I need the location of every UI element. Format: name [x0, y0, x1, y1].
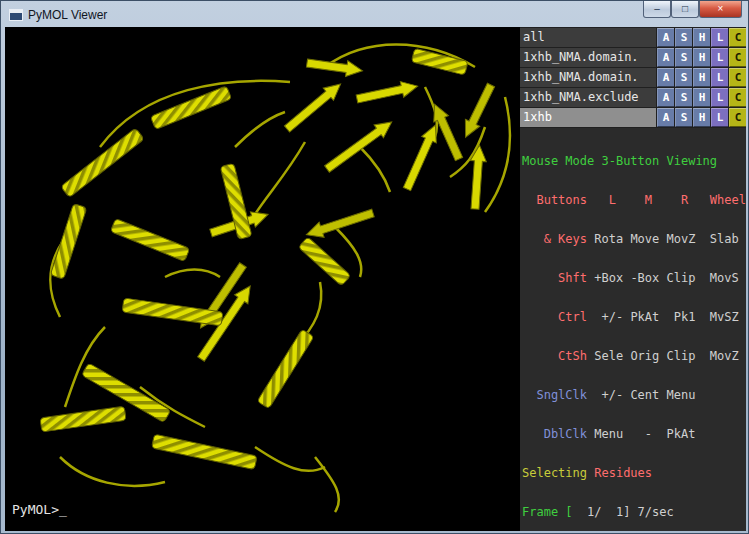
action-button[interactable]: A [657, 28, 674, 47]
color-button[interactable]: C [729, 48, 746, 67]
frame-counter-line: Frame [ 1/ 1] 7/sec [522, 506, 746, 519]
label-button[interactable]: L [711, 88, 728, 107]
mouse-row-shift: Shft +Box -Box Clip MovS [522, 272, 746, 285]
hide-button[interactable]: H [693, 48, 710, 67]
close-icon: × [718, 4, 724, 14]
protein-structure[interactable] [5, 27, 520, 531]
hide-button[interactable]: H [693, 68, 710, 87]
color-button[interactable]: C [729, 68, 746, 87]
show-button[interactable]: S [675, 68, 692, 87]
label-button[interactable]: L [711, 48, 728, 67]
color-button[interactable]: C [729, 88, 746, 107]
action-button[interactable]: A [657, 88, 674, 107]
show-button[interactable]: S [675, 28, 692, 47]
show-button[interactable]: S [675, 108, 692, 127]
viewport[interactable]: PyMOL>_ [5, 27, 520, 531]
label-button[interactable]: L [711, 28, 728, 47]
action-button[interactable]: A [657, 108, 674, 127]
color-button[interactable]: C [729, 28, 746, 47]
object-name[interactable]: all [520, 28, 656, 47]
hide-button[interactable]: H [693, 88, 710, 107]
show-button[interactable]: S [675, 48, 692, 67]
hide-button[interactable]: H [693, 108, 710, 127]
object-row-1xhb: 1xhb A S H L C [520, 108, 746, 127]
maximize-icon: □ [682, 4, 688, 14]
object-list: all A S H L C 1xhb_NMA.domain. A S H L C… [520, 27, 746, 128]
minimize-icon: – [654, 4, 660, 14]
mouse-row-dblclk: DblClk Menu - PkAt [522, 428, 746, 441]
show-button[interactable]: S [675, 88, 692, 107]
side-panel: all A S H L C 1xhb_NMA.domain. A S H L C… [520, 27, 746, 531]
mouse-row-ctrl: Ctrl +/- PkAt Pk1 MvSZ [522, 311, 746, 324]
object-name[interactable]: 1xhb_NMA.exclude [520, 88, 656, 107]
maximize-button[interactable]: □ [671, 1, 699, 18]
minimize-button[interactable]: – [643, 1, 671, 18]
pymol-window: PyMOL Viewer – □ × [0, 0, 749, 534]
titlebar[interactable]: PyMOL Viewer – □ × [5, 1, 744, 27]
label-button[interactable]: L [711, 68, 728, 87]
mouse-row-snglclk: SnglClk +/- Cent Menu [522, 389, 746, 402]
window-title: PyMOL Viewer [28, 8, 107, 22]
label-button[interactable]: L [711, 108, 728, 127]
window-controls: – □ × [643, 1, 742, 18]
action-button[interactable]: A [657, 68, 674, 87]
color-button[interactable]: C [729, 108, 746, 127]
mouse-panel: Mouse Mode 3-Button Viewing Buttons L M … [520, 128, 746, 534]
object-name[interactable]: 1xhb_NMA.domain. [520, 68, 656, 87]
app-icon [9, 9, 23, 21]
close-button[interactable]: × [699, 1, 742, 18]
object-row-domain-2: 1xhb_NMA.domain. A S H L C [520, 68, 746, 87]
mouse-mode-line[interactable]: Mouse Mode 3-Button Viewing [522, 155, 746, 168]
selecting-mode-line[interactable]: Selecting Residues [522, 467, 746, 480]
hide-button[interactable]: H [693, 28, 710, 47]
object-row-domain-1: 1xhb_NMA.domain. A S H L C [520, 48, 746, 67]
object-row-all: all A S H L C [520, 28, 746, 47]
object-name[interactable]: 1xhb [520, 108, 656, 127]
action-button[interactable]: A [657, 48, 674, 67]
mouse-row-ctsh: CtSh Sele Orig Clip MovZ [522, 350, 746, 363]
command-prompt[interactable]: PyMOL>_ [12, 502, 67, 517]
alpha-helices [40, 48, 468, 469]
mouse-buttons-header: Buttons L M R Wheel [522, 194, 746, 207]
content-area: PyMOL>_ all A S H L C 1xhb_NMA.domain. A… [5, 27, 746, 531]
object-row-exclude: 1xhb_NMA.exclude A S H L C [520, 88, 746, 107]
mouse-row-keys: & Keys Rota Move MovZ Slab [522, 233, 746, 246]
object-name[interactable]: 1xhb_NMA.domain. [520, 48, 656, 67]
